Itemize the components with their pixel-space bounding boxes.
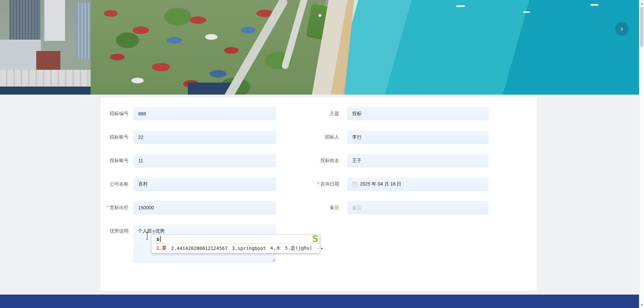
required-asterisk: * — [318, 181, 319, 187]
subject-label: 主题 — [276, 111, 342, 117]
ime-candidate-2[interactable]: 2.441420200012124567 — [171, 246, 228, 251]
remark-label: 备注 — [276, 205, 342, 211]
hero-ocean — [344, 0, 644, 95]
ime-caret — [160, 236, 161, 242]
scrollbar-thumb[interactable] — [640, 7, 643, 47]
bid-form: 招标编号 主题 招标账号 招标人 投标账号 投标姓名 公司名称 *咨询日期 — [101, 107, 537, 238]
company-name-field[interactable] — [138, 182, 271, 187]
footer-bar — [0, 295, 644, 308]
tender-number-input[interactable] — [133, 107, 276, 120]
tenderer-field[interactable] — [352, 135, 484, 140]
required-asterisk: * — [107, 205, 109, 210]
bidder-name-input[interactable] — [347, 154, 489, 167]
hero-building — [44, 0, 65, 41]
tenderer-label: 招标人 — [276, 134, 342, 140]
hero-boat — [523, 11, 530, 13]
ime-prev-page-icon[interactable]: ◂ — [317, 246, 319, 251]
hero-image: › — [0, 0, 644, 95]
company-name-input[interactable] — [133, 177, 276, 191]
ime-candidate-5[interactable]: 5.是(jghu) — [285, 245, 312, 251]
ime-pager: ◂ ▸ — [317, 246, 323, 251]
tender-account-input[interactable] — [133, 131, 276, 144]
bidder-account-input[interactable] — [133, 154, 276, 167]
ime-inline-composition: s — [153, 229, 155, 234]
bid-price-field[interactable] — [138, 205, 271, 210]
bid-price-label: *竞标出价 — [101, 205, 131, 211]
consult-date-input[interactable] — [347, 177, 489, 191]
form-card: 招标编号 主题 招标账号 招标人 投标账号 投标姓名 公司名称 *咨询日期 — [101, 97, 537, 291]
hero-building — [188, 83, 231, 95]
calendar-icon — [352, 182, 357, 187]
vertical-scrollbar[interactable]: ▲ ▼ — [639, 0, 644, 308]
remark-input[interactable] — [347, 201, 489, 214]
bidder-account-label: 投标账号 — [101, 158, 131, 164]
tender-number-label: 招标编号 — [101, 111, 131, 117]
tenderer-input[interactable] — [347, 131, 489, 144]
remark-field[interactable] — [352, 205, 484, 210]
hero-building — [0, 40, 41, 70]
bidder-account-field[interactable] — [138, 158, 271, 163]
ime-next-page-icon[interactable]: ▸ — [321, 246, 323, 251]
ime-panel: s S 1.要 2.441420200012124567 3.springboo… — [151, 234, 320, 253]
ime-candidate-row: 1.要 2.441420200012124567 3.springboot 4.… — [152, 244, 320, 253]
tender-account-label: 招标账号 — [101, 134, 131, 140]
ime-composition-row: s S — [152, 235, 320, 244]
sogou-logo-icon: S — [312, 234, 318, 244]
bidder-name-field[interactable] — [352, 158, 484, 163]
subject-input[interactable] — [347, 107, 489, 120]
chevron-right-icon: › — [621, 24, 623, 33]
carousel-next-button[interactable]: › — [615, 22, 629, 36]
ime-candidate-4[interactable]: 4.木 — [270, 245, 281, 251]
advantage-text: 优势 — [155, 228, 165, 234]
hero-building — [0, 87, 101, 95]
company-name-label: 公司名称 — [101, 181, 131, 187]
advantage-label: 优势说明 — [101, 224, 131, 234]
bidder-name-label: 投标姓名 — [276, 158, 342, 164]
hero-boat — [590, 4, 598, 6]
bid-price-input[interactable] — [133, 201, 276, 214]
ime-candidate-1[interactable]: 1.要 — [156, 245, 167, 251]
scrollbar-up-arrow-icon[interactable]: ▲ — [639, 1, 644, 6]
text-cursor — [146, 232, 149, 240]
ime-candidate-3[interactable]: 3.springboot — [232, 246, 266, 251]
tender-account-field[interactable] — [138, 135, 271, 140]
scrollbar-down-arrow-icon[interactable]: ▼ — [639, 302, 644, 307]
tender-number-field[interactable] — [138, 111, 271, 116]
textarea-resize-handle[interactable] — [271, 258, 275, 262]
consult-date-label: *咨询日期 — [276, 181, 342, 187]
consult-date-field[interactable] — [360, 182, 484, 187]
hero-boat — [456, 5, 465, 7]
ime-composition: s — [156, 236, 160, 242]
subject-field[interactable] — [352, 111, 484, 116]
advantage-text: 个人投 — [138, 228, 152, 234]
